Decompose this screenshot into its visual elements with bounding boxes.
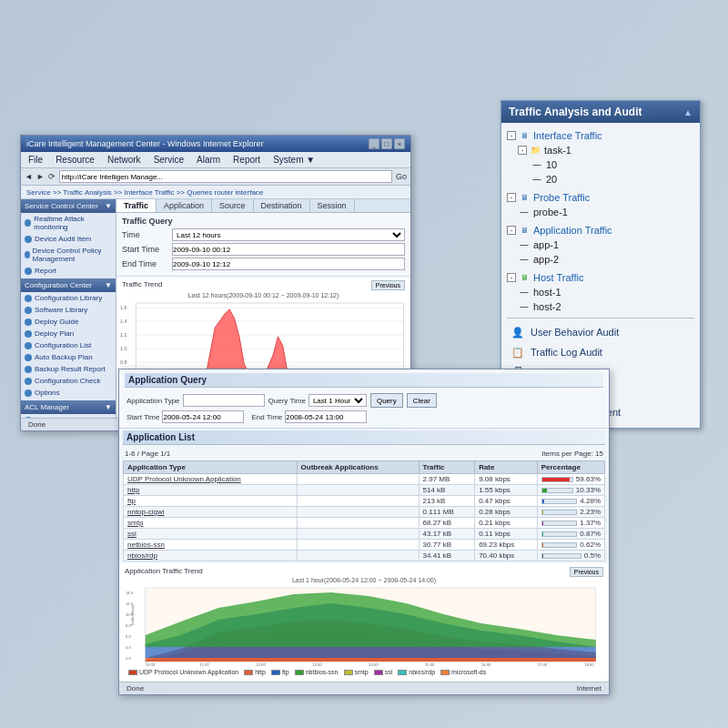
app2-item[interactable]: — app-2 [505, 252, 696, 267]
expand-icon[interactable]: - [507, 131, 516, 140]
time-select[interactable]: Last 12 hours [172, 228, 405, 241]
sidebar-config-list[interactable]: Configuration List [21, 339, 116, 351]
tab-source[interactable]: Source [212, 199, 254, 212]
legend-msds: microsoft-ds [440, 669, 486, 675]
app-type-cell[interactable]: nbios/rdp [124, 551, 298, 561]
app1-item[interactable]: — app-1 [505, 238, 696, 252]
sidebar-config-marker[interactable]: Config Marker [21, 414, 116, 418]
expand-icon[interactable]: - [507, 193, 516, 202]
sidebar-config-header: Configuration Center ▼ [21, 278, 116, 292]
expand-icon[interactable]: - [518, 146, 527, 155]
start-label2: Start Time [126, 413, 159, 421]
rate-cell: 70.40 kbps [475, 551, 538, 561]
address-bar[interactable] [59, 170, 392, 183]
app-type-cell[interactable]: http [124, 485, 298, 496]
app-type-cell[interactable]: ssl [124, 529, 298, 540]
previous-button[interactable]: Previous [371, 280, 405, 290]
rate-cell: 0.47 kbps [475, 496, 538, 507]
menu-service[interactable]: Service [150, 154, 187, 166]
traffic-log-audit-item[interactable]: 📋 Traffic Log Audit [505, 342, 696, 362]
sidebar-arrow[interactable]: ▼ [105, 403, 112, 411]
toolbar-refresh[interactable]: ⟳ [48, 172, 56, 181]
menu-file[interactable]: File [25, 154, 46, 166]
sidebar-policy[interactable]: Device Control Policy Management [21, 245, 116, 265]
trend-chart: 14.0 12.0 10.0 8.0 6.0 4.0 2.0 [125, 585, 603, 667]
tab-session[interactable]: Session [310, 199, 355, 212]
collapse-icon[interactable]: ▲ [683, 107, 693, 117]
sidebar-backup-plan[interactable]: Auto Backup Plan [21, 351, 116, 363]
win-title: iCare Intelligent Management Center - Wi… [26, 139, 264, 148]
end-time-input[interactable] [172, 258, 405, 270]
sidebar-deploy-guide[interactable]: Deploy Guide [21, 316, 116, 328]
item-10[interactable]: — 10 [505, 157, 696, 172]
start-time-input2[interactable] [162, 410, 244, 423]
toolbar-forward[interactable]: ► [36, 172, 45, 181]
trend-previous-button[interactable]: Previous [570, 567, 603, 577]
toolbar-back[interactable]: ◄ [25, 172, 33, 181]
expand-icon[interactable]: - [507, 226, 516, 235]
sidebar-options[interactable]: Options [21, 387, 116, 399]
item-20[interactable]: — 20 [505, 172, 696, 187]
host-traffic-item[interactable]: - 🖥 Host Traffic [505, 270, 696, 285]
menu-report[interactable]: Report [229, 154, 264, 166]
user-behavior-audit-item[interactable]: 👤 User Behavior Audit [505, 322, 696, 342]
server-icon: 🖥 [518, 191, 531, 204]
sidebar-report[interactable]: Report [21, 265, 116, 277]
progress-fill [542, 489, 547, 492]
clear-button[interactable]: Clear [407, 393, 437, 408]
sidebar-config-lib[interactable]: Configuration Library [21, 292, 116, 304]
traffic-log-label: Traffic Log Audit [531, 347, 602, 358]
sidebar-config-check[interactable]: Configuration Check [21, 375, 116, 387]
col-app-type: Application Type [124, 461, 298, 474]
dash-icon: — [518, 286, 531, 298]
outbreak-cell [297, 529, 419, 540]
tab-destination[interactable]: Destination [254, 199, 310, 212]
menu-view[interactable]: Network [104, 154, 145, 166]
interface-traffic-item[interactable]: - 🖥 Interface Traffic [505, 128, 696, 143]
app-type-cell[interactable]: nntop-cigwi [124, 507, 298, 518]
svg-text:14:00: 14:00 [369, 662, 379, 667]
sidebar-device-audit[interactable]: Device Audit Item [21, 233, 116, 245]
sidebar-backup-result[interactable]: Backup Result Report [21, 363, 116, 375]
sidebar-sw-lib[interactable]: Software Library [21, 304, 116, 316]
traffic-cell: 68.27 kB [419, 518, 475, 529]
end-time-input2[interactable] [285, 410, 367, 423]
app-traffic-item[interactable]: - 🖥 Application Traffic [505, 223, 696, 238]
app-type-cell[interactable]: ftp [124, 496, 298, 507]
minimize-button[interactable]: _ [369, 138, 379, 149]
tab-application[interactable]: Application [157, 199, 212, 212]
probe-traffic-item[interactable]: - 🖥 Probe Traffic [505, 190, 696, 205]
host2-item[interactable]: — host-2 [505, 299, 696, 314]
app-type-cell[interactable]: UDP Protocol Unknown Application [124, 474, 298, 485]
win-nav: Service >> Traffic Analysis >> Interface… [21, 186, 410, 199]
svg-text:13:00: 13:00 [312, 662, 322, 667]
start-time-input[interactable] [172, 243, 405, 256]
bullet-icon [25, 366, 32, 373]
query-button[interactable]: Query [370, 393, 403, 408]
menu-alarm[interactable]: Alarm [193, 154, 224, 166]
progress-fill [542, 554, 543, 558]
app-type-cell[interactable]: netbios-ssn [124, 540, 298, 551]
query-section: Application Query Application Type Query… [119, 369, 609, 429]
close-button[interactable]: × [394, 138, 405, 149]
sidebar-realtime[interactable]: Realtime Attack monitoring [21, 213, 116, 233]
go-button[interactable]: Go [396, 172, 407, 181]
probe1-item[interactable]: — probe-1 [505, 205, 696, 219]
table-row: netbios-ssn 30.77 kB 69.23 kbps 0.62% [124, 540, 605, 551]
sidebar-arrow[interactable]: ▼ [105, 281, 112, 289]
expand-icon[interactable]: - [507, 273, 516, 282]
sidebar-deploy-plan[interactable]: Deploy Plan [21, 328, 116, 339]
sidebar-deploy-guide-label: Deploy Guide [35, 318, 78, 326]
tab-traffic[interactable]: Traffic [116, 199, 157, 212]
app-type-input[interactable] [183, 394, 265, 407]
sidebar-arrow[interactable]: ▼ [105, 202, 112, 210]
task1-item[interactable]: - 📁 task-1 [505, 143, 696, 157]
host1-item[interactable]: — host-1 [505, 285, 696, 299]
app-type-cell[interactable]: smtp [124, 518, 298, 529]
menu-edit[interactable]: Resource [52, 154, 98, 166]
query-time-select[interactable]: Last 1 Hour [308, 394, 367, 407]
maximize-button[interactable]: □ [381, 138, 392, 149]
start-time-row: Start Time [122, 243, 405, 256]
menu-system[interactable]: System ▼ [269, 154, 318, 166]
user-behavior-label: User Behavior Audit [531, 327, 619, 338]
